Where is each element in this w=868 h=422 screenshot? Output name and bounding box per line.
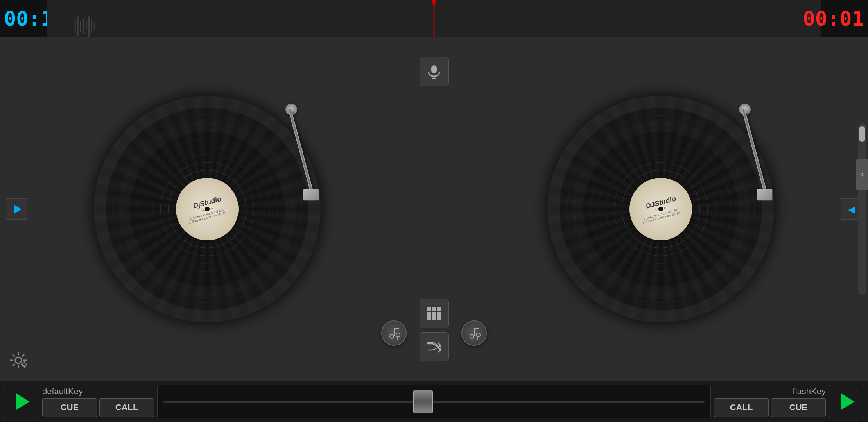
left-call-button[interactable]: CALL	[99, 398, 154, 417]
settings-icon	[8, 350, 29, 371]
svg-point-11	[390, 334, 394, 338]
svg-rect-4	[83, 18, 84, 34]
svg-text:+: +	[476, 335, 479, 340]
svg-rect-35	[437, 307, 441, 311]
svg-rect-41	[437, 316, 441, 320]
collapse-panel-button[interactable]: <	[856, 159, 868, 190]
svg-rect-34	[432, 307, 436, 311]
waveform-svg	[47, 0, 821, 37]
left-cue-call-group: CUE CALL	[42, 398, 154, 417]
shuffle-icon	[426, 339, 442, 355]
svg-line-21	[13, 354, 15, 357]
deck-left: DjStudio SIDE A 1. Load this track. DJ M…	[0, 37, 414, 381]
svg-rect-38	[437, 312, 441, 316]
left-cue-button[interactable]: CUE	[42, 398, 97, 417]
svg-rect-37	[432, 312, 436, 316]
tonearm-head-right	[757, 189, 772, 200]
svg-rect-1	[75, 19, 76, 33]
tonearm-arm-right	[742, 109, 767, 193]
left-deck-controls: defaultKey CUE CALL	[42, 386, 154, 417]
pad-grid-button[interactable]	[420, 299, 449, 328]
svg-line-24	[13, 364, 15, 366]
svg-rect-30	[431, 65, 437, 73]
svg-line-23	[22, 354, 24, 357]
svg-rect-44	[474, 328, 479, 329]
svg-rect-7	[91, 19, 92, 33]
svg-text:+: +	[396, 335, 399, 340]
mic-button[interactable]	[420, 57, 449, 86]
svg-point-42	[470, 334, 474, 338]
waveform-track[interactable]	[47, 0, 821, 37]
vinyl-center-hole-right	[658, 207, 663, 211]
time-display-right: 00:01	[803, 7, 864, 30]
tonearm-head-left	[303, 189, 319, 200]
dj-main-area: DjStudio SIDE A 1. Load this track. DJ M…	[0, 37, 868, 381]
svg-point-16	[15, 357, 22, 363]
left-key-label: defaultKey	[42, 386, 83, 397]
bottom-control-bar: defaultKey CUE CALL flashKey CALL CUE	[0, 381, 868, 422]
play-icon-bottom-left	[16, 393, 30, 410]
vinyl-center-hole-left	[205, 207, 210, 211]
crossfader-track	[163, 401, 705, 403]
collapse-icon: <	[860, 171, 864, 179]
svg-rect-39	[427, 316, 431, 320]
bottom-play-button-right[interactable]	[829, 385, 864, 418]
center-controls	[414, 37, 454, 381]
deck-right: DJStudio SIDE A 1. Load this track. DJ M…	[454, 37, 868, 381]
svg-rect-5	[86, 22, 87, 30]
waveform-bar: 00:11 00:01	[0, 0, 868, 37]
mic-icon	[426, 64, 442, 79]
bottom-play-button-left[interactable]	[4, 385, 39, 418]
add-music-button-right[interactable]: +	[461, 320, 487, 346]
svg-rect-6	[88, 16, 90, 37]
music-add-icon-left: +	[387, 326, 401, 340]
right-cue-button[interactable]: CUE	[771, 398, 826, 417]
svg-rect-3	[80, 21, 81, 32]
settings-button[interactable]	[6, 348, 31, 373]
vertical-slider-thumb-right[interactable]	[859, 126, 865, 142]
add-music-button-left[interactable]: +	[381, 320, 407, 346]
play-icon-bottom-right	[841, 393, 855, 410]
crossfader[interactable]	[157, 385, 711, 418]
svg-rect-2	[77, 16, 79, 36]
music-add-icon-right: +	[467, 326, 481, 340]
play-icon-left	[14, 204, 22, 214]
arrow-left-icon: ◀	[848, 204, 855, 215]
right-call-cue-group: CALL CUE	[714, 398, 826, 417]
right-key-label: flashKey	[793, 386, 826, 397]
tonearm-left	[235, 104, 305, 213]
grid-icon	[427, 306, 441, 321]
crossfader-thumb[interactable]	[413, 390, 433, 413]
deck-left-play-button[interactable]	[6, 198, 27, 220]
right-call-button[interactable]: CALL	[714, 398, 769, 417]
tonearm-right	[688, 104, 759, 213]
shuffle-button[interactable]	[420, 332, 449, 361]
svg-rect-13	[394, 328, 399, 329]
tonearm-arm-left	[288, 109, 314, 193]
svg-rect-36	[427, 312, 431, 316]
svg-rect-40	[432, 316, 436, 320]
svg-rect-33	[427, 307, 431, 311]
turntable-right[interactable]: DJStudio SIDE A 1. Load this track. DJ M…	[547, 96, 774, 322]
turntable-left[interactable]: DjStudio SIDE A 1. Load this track. DJ M…	[94, 96, 321, 322]
right-deck-controls: flashKey CALL CUE	[714, 386, 826, 417]
svg-rect-8	[94, 23, 95, 30]
vertical-slider-right[interactable]	[858, 123, 866, 295]
